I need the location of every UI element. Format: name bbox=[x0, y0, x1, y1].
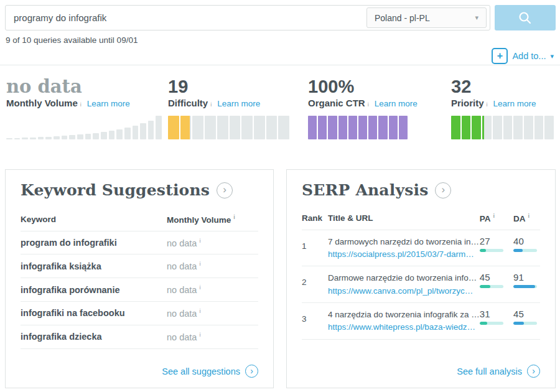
suggestion-keyword[interactable]: infografika książka bbox=[21, 254, 167, 278]
da-score-bar bbox=[513, 249, 537, 252]
metric-segment bbox=[524, 116, 533, 139]
histogram-bar bbox=[22, 138, 28, 139]
keyword-search-input[interactable] bbox=[6, 6, 371, 30]
suggestion-keyword[interactable]: infografika dziecka bbox=[21, 325, 167, 348]
info-icon[interactable]: i bbox=[199, 284, 200, 291]
column-header-keyword: Keyword bbox=[21, 209, 167, 231]
metric-organic-ctr: 100% Organic CTR i Learn more bbox=[308, 77, 408, 146]
learn-more-link[interactable]: Learn more bbox=[217, 99, 260, 108]
histogram-bar bbox=[69, 135, 75, 139]
serp-analysis-title: SERP Analysis bbox=[302, 181, 428, 199]
serp-result-title: 4 narzędzia do tworzenia infografik za … bbox=[328, 309, 480, 321]
metric-segment bbox=[389, 116, 398, 139]
suggestion-row[interactable]: infografiki na facebooku no datai bbox=[21, 301, 258, 325]
search-button[interactable] bbox=[495, 5, 556, 30]
histogram-bar bbox=[148, 121, 154, 139]
info-icon[interactable]: i bbox=[199, 308, 200, 314]
info-icon[interactable]: i bbox=[199, 332, 200, 338]
locale-dropdown[interactable]: Poland - pl-PL ▾ bbox=[366, 7, 487, 28]
info-icon[interactable]: i bbox=[199, 238, 200, 244]
metric-segment bbox=[278, 116, 289, 139]
column-header-rank: Rank bbox=[302, 208, 328, 230]
info-icon[interactable]: i bbox=[233, 214, 235, 220]
metric-segment bbox=[192, 116, 203, 139]
info-icon[interactable]: i bbox=[80, 101, 82, 108]
metric-segment bbox=[378, 116, 387, 139]
histogram-bar bbox=[133, 126, 139, 139]
metric-segment bbox=[205, 116, 216, 139]
learn-more-link[interactable]: Learn more bbox=[493, 99, 536, 108]
histogram-bar bbox=[85, 134, 91, 139]
see-all-suggestions-link[interactable]: See all suggestions › bbox=[162, 365, 258, 378]
histogram-bar bbox=[77, 134, 83, 139]
da-score: 45 bbox=[513, 309, 524, 319]
pa-score: 45 bbox=[480, 272, 490, 282]
info-icon[interactable]: i bbox=[368, 101, 369, 108]
serp-row: 3 4 narzędzia do tworzenia infografik za… bbox=[302, 303, 540, 340]
see-full-analysis-link[interactable]: See full analysis › bbox=[457, 365, 540, 378]
info-icon[interactable]: i bbox=[487, 101, 488, 108]
info-icon[interactable]: i bbox=[210, 101, 212, 108]
histogram-bar bbox=[38, 137, 44, 139]
metric-segment bbox=[472, 116, 481, 139]
metric-segment bbox=[358, 116, 367, 139]
add-to-button[interactable]: + Add to... ▾ bbox=[492, 48, 554, 64]
section-divider bbox=[0, 65, 560, 65]
serp-row: 2 Darmowe narzędzie do tworzenia info… h… bbox=[302, 266, 540, 303]
metric-segment bbox=[328, 116, 337, 139]
histogram-bar bbox=[116, 129, 123, 139]
metric-segment bbox=[266, 116, 278, 139]
column-header-volume: Monthly Volumei bbox=[167, 209, 258, 231]
metric-monthly-volume: no data Monthly Volume i Learn more bbox=[6, 77, 162, 146]
pa-score: 27 bbox=[480, 236, 490, 246]
priority-bar bbox=[451, 116, 554, 139]
suggestion-row[interactable]: infografika książka no datai bbox=[21, 254, 258, 278]
learn-more-link[interactable]: Learn more bbox=[87, 99, 130, 108]
suggestion-volume: no datai bbox=[167, 254, 258, 278]
difficulty-label: Difficulty bbox=[168, 98, 208, 108]
learn-more-link[interactable]: Learn more bbox=[375, 99, 418, 108]
monthly-volume-histogram bbox=[6, 116, 162, 139]
info-icon[interactable]: i bbox=[199, 261, 200, 267]
metric-segment bbox=[544, 116, 554, 139]
histogram-bar bbox=[156, 116, 162, 139]
monthly-volume-value: no data bbox=[6, 77, 162, 96]
histogram-bar bbox=[62, 136, 68, 139]
histogram-bar bbox=[14, 138, 21, 139]
info-icon[interactable]: i bbox=[528, 213, 530, 219]
metric-segment bbox=[254, 116, 265, 139]
serp-result-url[interactable]: https://socialpress.pl/2015/03/7-darm… bbox=[328, 248, 480, 261]
column-header-pa: PAi bbox=[480, 208, 513, 230]
serp-result-title: 7 darmowych narzędzi do tworzenia in… bbox=[328, 236, 480, 248]
da-score: 40 bbox=[513, 236, 524, 246]
priority-value: 32 bbox=[451, 77, 554, 96]
info-icon[interactable]: i bbox=[493, 213, 495, 219]
keyword-suggestions-title: Keyword Suggestions bbox=[21, 181, 210, 199]
keyword-suggestions-table: Keyword Monthly Volumei program do infog… bbox=[21, 209, 258, 349]
difficulty-value: 19 bbox=[168, 77, 289, 96]
suggestion-row[interactable]: program do infografiki no datai bbox=[21, 231, 258, 254]
serp-result-url[interactable]: https://www.canva.com/pl_pl/tworzyc… bbox=[328, 285, 480, 297]
metric-segment bbox=[482, 116, 492, 139]
keyword-suggestions-panel: Keyword Suggestions › Keyword Monthly Vo… bbox=[5, 169, 274, 388]
serp-rank: 3 bbox=[302, 303, 328, 340]
metric-segment bbox=[503, 116, 513, 139]
column-header-title-url: Title & URL bbox=[328, 208, 480, 230]
serp-result-url[interactable]: https://www.whitepress.pl/baza-wiedz… bbox=[328, 321, 480, 334]
metric-difficulty: 19 Difficulty i Learn more bbox=[168, 77, 289, 146]
suggestion-row[interactable]: infografika dziecka no datai bbox=[21, 325, 258, 348]
open-suggestions-icon[interactable]: › bbox=[217, 182, 233, 198]
open-serp-icon[interactable]: › bbox=[435, 182, 451, 198]
suggestion-volume: no datai bbox=[167, 325, 258, 348]
serp-result-title: Darmowe narzędzie do tworzenia info… bbox=[328, 272, 480, 284]
histogram-bar bbox=[54, 136, 60, 139]
suggestion-keyword[interactable]: infografiki na facebooku bbox=[21, 301, 167, 325]
suggestion-keyword[interactable]: program do infografiki bbox=[21, 231, 167, 254]
histogram-bar bbox=[6, 138, 12, 139]
serp-analysis-panel: SERP Analysis › Rank Title & URL PAi DAi… bbox=[286, 169, 556, 388]
add-to-label: Add to... bbox=[512, 51, 546, 61]
suggestion-keyword[interactable]: infografika porównanie bbox=[21, 278, 167, 302]
organic-ctr-value: 100% bbox=[308, 77, 408, 96]
suggestion-row[interactable]: infografika porównanie no datai bbox=[21, 278, 258, 302]
da-score-bar bbox=[513, 285, 537, 288]
